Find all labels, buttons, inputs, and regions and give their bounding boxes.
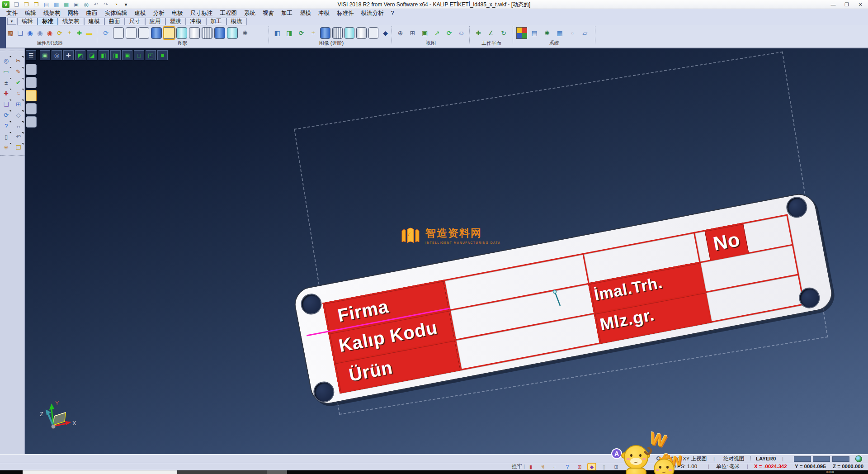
view-back-icon[interactable]: □ [134, 50, 144, 60]
attr-page-icon[interactable]: ❏ [16, 27, 24, 39]
image-export-icon[interactable]: ▤ [529, 27, 540, 39]
view-top-icon[interactable]: ◩ [75, 50, 85, 60]
menu-item[interactable]: 冲模 [315, 9, 333, 17]
view-front-icon[interactable]: ▣ [122, 50, 132, 60]
filter-traffic-icon[interactable]: ◉ [46, 27, 54, 39]
menu-item[interactable]: 分析 [150, 9, 168, 17]
system-settings-icon[interactable]: ✱ [542, 27, 552, 39]
absolute-view-label[interactable]: 绝对视图 [723, 455, 744, 463]
gift-status-icon[interactable]: ⊞ [576, 464, 583, 470]
view-zoom-icon[interactable]: ◎ [52, 50, 62, 60]
zoom-window-icon[interactable]: ▣ [420, 27, 430, 39]
adv-cyl-wire-icon[interactable] [368, 27, 379, 39]
ribbon-tab[interactable]: 加工 [206, 18, 226, 25]
regen-icon[interactable]: ⟳ [100, 27, 111, 39]
wireframe-cyl-icon[interactable] [202, 27, 212, 39]
menu-item[interactable]: 塑模 [296, 9, 315, 17]
solid-tool-icon[interactable]: ◇ [13, 110, 24, 120]
zoom-box-icon[interactable]: ⊞ [407, 27, 418, 39]
transparent-cyl-icon[interactable] [176, 27, 187, 39]
folder-tool-icon[interactable]: ❐ [13, 142, 24, 152]
color-table-icon[interactable] [516, 27, 527, 39]
ribbon-tab[interactable]: 模流 [226, 18, 247, 25]
zoom-tool-icon[interactable]: ◎ [0, 56, 12, 66]
menu-item[interactable]: 系统 [241, 9, 259, 17]
adv-traffic-icon[interactable]: ◨ [284, 27, 295, 39]
menu-item[interactable]: 线架构 [40, 9, 64, 17]
viewport-canvas[interactable]: ☰▣◎✚◩◪◧◨▣□◰■ 智造资料网 INTELLIGENT MANUFACTU… [25, 48, 868, 454]
view-slot-2[interactable] [813, 456, 830, 462]
layer-slot-1-icon[interactable] [26, 64, 37, 75]
layer-slot-5-icon[interactable] [26, 116, 37, 128]
bulb-status-icon[interactable]: ▯ [600, 464, 608, 470]
ribbon-tab[interactable]: 建模 [84, 18, 104, 25]
adv-cyl-page-icon[interactable] [356, 27, 367, 39]
ribbon-tab[interactable]: 编辑 [17, 18, 38, 25]
curve-tool-icon[interactable]: ✎ [13, 66, 24, 76]
zoom-pm-tool-icon[interactable]: ± [0, 77, 12, 87]
measure-tool-icon[interactable]: ↔ [13, 121, 24, 131]
adv-show-icon[interactable]: ◧ [272, 27, 283, 39]
ribbon-tab[interactable]: 塑膜 [165, 18, 186, 25]
ribbon-tab[interactable]: 标准 [38, 18, 58, 25]
ribbon-tab[interactable]: 线架构 [58, 18, 84, 25]
delete-tool-icon[interactable]: ✂ [13, 56, 24, 66]
shaded-cyl-icon[interactable] [151, 27, 162, 39]
hidden-line-cyl-icon[interactable] [189, 27, 200, 39]
menu-item[interactable]: 尺寸标注 [187, 9, 217, 17]
view-slot-3[interactable] [832, 456, 849, 462]
adv-cyl-stripe-icon[interactable] [332, 27, 343, 39]
help-tool-icon[interactable]: ? [0, 121, 12, 131]
menu-item[interactable]: 建模 [131, 9, 150, 17]
pan-view-icon[interactable]: ↗ [432, 27, 442, 39]
view-shaded-icon[interactable]: ■ [157, 50, 168, 60]
workplane-status-icon[interactable]: ◆ [588, 464, 595, 470]
maximize-icon[interactable]: ❐ [840, 0, 854, 9]
filter-refresh-icon[interactable]: ⟳ [56, 27, 64, 39]
spline-tool-icon[interactable]: ≈ [13, 88, 24, 98]
shaded-cyl-active-icon[interactable] [164, 27, 175, 39]
attributes-tool-icon[interactable]: ❏ [0, 99, 12, 109]
menu-item[interactable]: 电极 [168, 9, 187, 17]
tab-dropdown-icon[interactable]: ▾ [7, 18, 16, 25]
battery-status-icon[interactable]: ▮ [527, 464, 534, 470]
shade-view-icon[interactable]: ☺ [456, 27, 467, 39]
frame-tool-icon[interactable]: ▭ [0, 66, 12, 76]
display-settings-icon[interactable]: ✱ [240, 27, 250, 39]
wire-cyl-1-icon[interactable] [113, 27, 124, 39]
workplane-rotate-icon[interactable]: ↻ [498, 27, 509, 39]
menu-item[interactable]: 加工 [278, 9, 296, 17]
adv-cyl-blue-icon[interactable] [320, 27, 330, 39]
shade-mode-icon[interactable]: ◆ [380, 27, 391, 39]
menu-item[interactable]: 标准件 [333, 9, 358, 17]
ribbon-tab[interactable]: 冲模 [186, 18, 206, 25]
data-table-icon[interactable]: ▦ [554, 27, 565, 39]
ribbon-tab[interactable]: 曲面 [104, 18, 125, 25]
axis-tool-icon[interactable]: ✚ [0, 88, 12, 98]
grid-tool-icon[interactable]: ⊞ [13, 99, 24, 109]
draft-view-icon[interactable]: ▱ [580, 27, 590, 39]
menu-item[interactable]: 曲面 [83, 9, 101, 17]
adv-cyl-check-icon[interactable] [344, 27, 355, 39]
ribbon-tab[interactable]: 应用 [145, 18, 165, 25]
zoom-extents-icon[interactable]: ⊕ [395, 27, 406, 39]
help-status-icon[interactable]: ? [564, 464, 571, 470]
menu-item[interactable]: 编辑 [21, 9, 40, 17]
undo-tool-icon[interactable]: ↶ [13, 132, 24, 142]
lock-toggle[interactable]: 拴牢 [512, 463, 522, 470]
adv-plusminus-icon[interactable]: ± [308, 27, 319, 39]
view-bottom-icon[interactable]: ◪ [87, 50, 97, 60]
wire-cyl-3-icon[interactable] [138, 27, 149, 39]
close-icon[interactable]: ✕ [854, 0, 867, 9]
globe-icon[interactable] [855, 455, 862, 462]
menu-item[interactable]: 网格 [64, 9, 83, 17]
menu-item[interactable]: 实体编辑 [101, 9, 131, 17]
menu-item[interactable]: 视窗 [259, 9, 278, 17]
attr-paint-icon[interactable]: ▩ [6, 27, 14, 39]
layer-copy-icon[interactable] [227, 27, 238, 39]
filter-hide-icon[interactable]: ◉ [36, 27, 44, 39]
filter-plusminus-icon[interactable]: ± [66, 27, 74, 39]
key-status-icon[interactable]: ⌐ [552, 464, 559, 470]
filter-plus-icon[interactable]: ✚ [75, 27, 83, 39]
grid-status-icon[interactable]: ⊞ [613, 464, 620, 470]
